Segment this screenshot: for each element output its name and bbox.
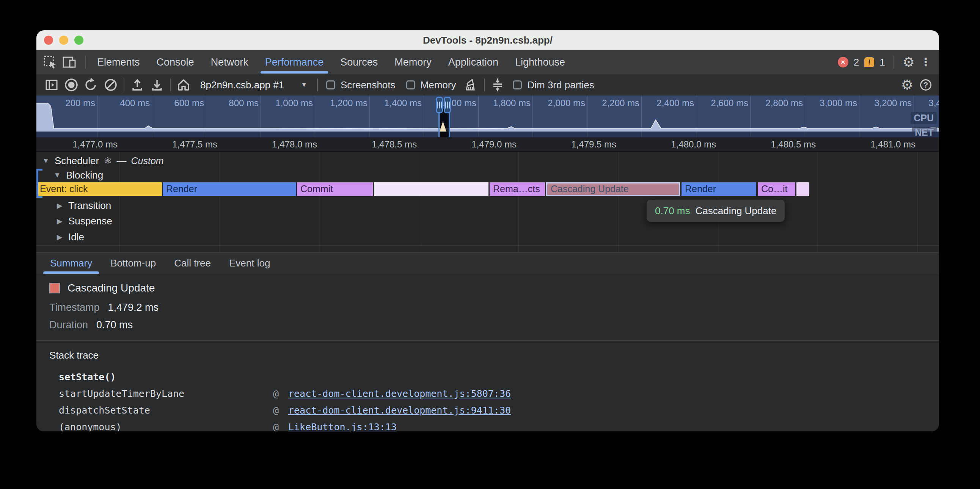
dim-third-parties-label: Dim 3rd parties [527,79,594,91]
lane-label: Idle [68,231,84,243]
stack-frame-row: startUpdateTimerByLane @ react-dom-clien… [59,385,931,402]
stack-frame-row: setState() [59,368,931,385]
error-badge-icon[interactable]: × [838,57,848,67]
selection-right-edge[interactable] [449,112,450,137]
capture-settings-gear-icon[interactable]: ⚙ [901,78,913,92]
panel-tab[interactable]: Sources [332,50,386,74]
toggle-sidebar-icon[interactable] [42,76,61,93]
frame-source-link[interactable]: react-dom-client.development.js:9411:30 [288,405,511,416]
tooltip-title: Cascading Update [695,205,777,217]
panel-tab[interactable]: Network [202,50,257,74]
divider [317,78,318,91]
main-tabbar: ElementsConsoleNetworkPerformanceSources… [37,50,939,74]
caret-icon: ▶ [56,233,64,241]
frame-function: (anonymous) [59,422,273,432]
inspect-element-icon[interactable] [43,56,57,69]
dim-third-parties-checkbox[interactable]: Dim 3rd parties [508,79,599,91]
panel-tab[interactable]: Application [440,50,507,74]
flame-event[interactable] [796,183,809,196]
error-count[interactable]: 2 [854,57,859,68]
lane-row[interactable]: ▼ Blocking [53,168,103,183]
record-and-reload-button[interactable] [81,76,101,93]
checkbox-icon [326,80,335,89]
blocking-lane-events: Event: clickRenderCommitRema…ctsCascadin… [37,183,939,196]
target-label: 8p2n9n.csb.app #1 [200,79,284,91]
details-tab[interactable]: Event log [220,252,279,274]
selection-cpu-spike [439,121,446,132]
panel-tabs: ElementsConsoleNetworkPerformanceSources… [89,50,573,74]
panel-tab[interactable]: Elements [89,50,148,74]
help-icon[interactable]: ? [920,79,931,90]
lane-row[interactable]: ▶ Transition [56,198,111,213]
flame-event[interactable]: Commit [297,183,373,196]
timestamp-row: Timestamp 1,479.2 ms [49,302,159,313]
memory-checkbox[interactable]: Memory [401,79,461,91]
flame-event[interactable]: Cascading Update [546,183,680,196]
stack-frames: setState() startUpdateTimerByLane @ reac… [59,368,931,431]
selected-track-bracket [37,169,43,198]
detail-time-ruler: 1,477.0 ms1,477.5 ms1,478.0 ms1,478.5 ms… [37,137,939,152]
scheduler-suffix: Custom [131,156,164,167]
upload-profile-icon[interactable] [127,76,147,93]
lane-row[interactable]: ▶ Suspense [56,213,112,229]
settings-gear-icon[interactable]: ⚙ [903,56,915,69]
screenshots-checkbox[interactable]: Screenshots [321,79,401,91]
caret-icon: ▶ [56,217,64,225]
divider [85,56,86,68]
lane-row[interactable]: ▶ Idle [56,229,84,244]
flame-event[interactable]: Co…it [758,183,795,196]
record-button[interactable] [61,76,81,93]
lane-label: Blocking [66,170,103,181]
panel-tab[interactable]: Performance [257,50,332,74]
warning-badge-icon[interactable]: ! [864,57,874,67]
summary-title: Cascading Update [67,282,155,294]
clear-button[interactable] [101,76,121,93]
device-toolbar-icon[interactable] [62,56,76,69]
divider [170,78,171,91]
home-icon[interactable] [174,76,193,93]
flame-event[interactable]: Render [681,183,756,196]
details-tab[interactable]: Call tree [165,252,220,274]
flame-event[interactable]: Event: click [37,183,162,196]
network-track-band [37,132,939,137]
window-title: DevTools - 8p2n9n.csb.app/ [37,30,939,50]
details-tab[interactable]: Bottom-up [101,252,165,274]
event-tooltip: 0.70 ms Cascading Update [647,200,785,222]
selection-left-edge[interactable] [438,112,439,137]
scheduler-track-header[interactable]: ▼ Scheduler ⚛ — Custom [42,153,164,168]
flame-event[interactable] [374,183,488,196]
tooltip-duration: 0.70 ms [655,205,690,217]
dash-separator: — [117,155,127,167]
panel-tab[interactable]: Memory [386,50,440,74]
details-tabbar: SummaryBottom-upCall treeEvent log [37,252,939,274]
warning-count[interactable]: 1 [880,57,885,68]
download-profile-icon[interactable] [147,76,167,93]
chevron-down-icon: ▼ [301,81,307,89]
cpu-track-label: CPU [911,112,937,124]
timeline-overview[interactable]: 200 ms400 ms600 ms800 ms1,000 ms1,200 ms… [37,95,939,137]
selection-left-handle[interactable] [436,97,443,113]
react-atom-icon: ⚛ [103,156,112,167]
details-tab[interactable]: Summary [41,252,101,274]
stack-trace-header: Stack trace [49,349,99,361]
divider [124,78,124,91]
performance-toolbar: 8p2n9n.csb.app #1 ▼ Screenshots Memory [37,74,939,95]
panel-tab[interactable]: Console [148,50,202,74]
summary-panel: Cascading Update Timestamp 1,479.2 ms Du… [37,274,939,340]
selection-right-handle[interactable] [444,97,451,113]
collapse-tracks-icon[interactable] [488,76,508,93]
target-selector-dropdown[interactable]: 8p2n9n.csb.app #1 ▼ [193,79,314,91]
garbage-collect-icon[interactable] [461,76,481,93]
panel-tab[interactable]: Lighthouse [507,50,573,74]
frame-source-link[interactable]: LikeButton.js:13:13 [288,422,397,432]
track-bottom-line [37,245,939,246]
flame-event[interactable]: Rema…cts [490,183,545,196]
titlebar: DevTools - 8p2n9n.csb.app/ [37,30,939,50]
frame-function: startUpdateTimerByLane [59,388,273,399]
more-options-icon[interactable]: ⋮ [920,57,931,68]
flame-chart[interactable]: ▼ Scheduler ⚛ — Custom ▼ Blocking ▶ Tran… [37,152,939,252]
frame-source-link[interactable]: react-dom-client.development.js:5807:36 [288,388,511,399]
flame-event[interactable]: Render [163,183,296,196]
stack-trace-panel: Stack trace setState() startUpdateTimerB… [37,341,939,431]
duration-row: Duration 0.70 ms [49,319,133,331]
